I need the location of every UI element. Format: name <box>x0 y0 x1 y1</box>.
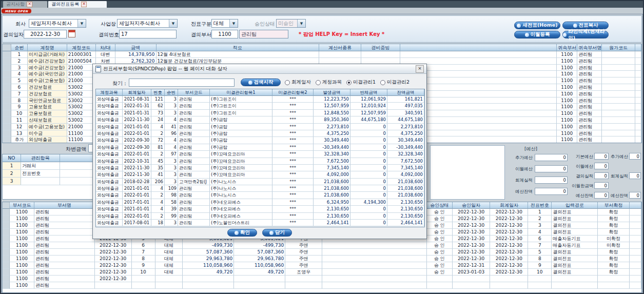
openitem-row[interactable]: 외상매출금2022-01-01296관리팀(주)금탑***4,375,25004… <box>96 130 424 137</box>
openitem-cell[interactable]: 7,345,140 <box>387 165 424 171</box>
site-select[interactable]: 제일저지주식회사 ▼ <box>117 19 178 28</box>
openitem-cell[interactable]: 2022-11-30 <box>123 171 151 178</box>
dept-cell[interactable] <box>630 229 641 236</box>
openitem-cell[interactable]: 4 <box>151 206 165 212</box>
dept-cell[interactable]: 대체 <box>155 256 183 262</box>
dept-cell[interactable]: 2022-12-30 <box>490 215 528 222</box>
openitem-row[interactable]: 외상매출금2022-11-30413관리팀(주)꼬매요코리아***4,092,0… <box>96 171 424 178</box>
voucher-cell[interactable] <box>635 58 641 65</box>
dept-cell[interactable] <box>95 282 132 289</box>
openitem-cell[interactable]: 4 <box>165 137 178 144</box>
voucher-cell[interactable]: 관리팀 <box>577 71 602 77</box>
openitem-cell[interactable]: 41 <box>165 124 178 130</box>
dept-cell[interactable] <box>630 276 641 282</box>
voucher-cell[interactable]: 추가 <box>11 136 28 143</box>
openitem-cell[interactable]: (주)나노시스 <box>210 179 272 185</box>
openitem-cell[interactable]: 2,130,650 <box>314 206 350 212</box>
search-input[interactable] <box>129 79 235 87</box>
dept-cell[interactable] <box>132 276 155 282</box>
openitem-row[interactable]: 외상매출금2022-01-31623관리팀(주)그린조이***12,507,95… <box>96 103 424 109</box>
slip-type-select[interactable]: 대체 ▼ <box>211 19 238 28</box>
dept-cell[interactable]: 2022-12-30 <box>453 209 491 215</box>
openitem-cell[interactable]: 21,038,600 <box>314 179 350 185</box>
budget-b-3-0-input[interactable] <box>594 182 609 189</box>
dept-cell[interactable]: -499,730 <box>234 242 285 249</box>
openitem-row[interactable]: 외상매출금2021-01-01439관리팀(주)네오피에스***2,130,65… <box>96 206 424 212</box>
openitem-cell[interactable]: (주)금탑 <box>210 144 272 151</box>
openitem-row[interactable]: 외상매출금2017-08-01183관리팀(주)노블인더스트리***2,464,… <box>96 220 424 226</box>
dept-cell[interactable]: 관리팀 <box>34 215 95 222</box>
openitem-cell[interactable]: 44,675,180 <box>350 116 387 123</box>
budget-b-2-0-input[interactable] <box>594 172 609 179</box>
chevron-down-icon[interactable]: ▼ <box>229 19 238 27</box>
delete-line-button[interactable]: 라인삭제(현재라인) <box>562 31 609 38</box>
dept-cell[interactable]: 매출자동기표 <box>552 242 598 249</box>
openitem-cell[interactable]: 32,328,340 <box>387 151 424 158</box>
openitem-cell[interactable]: 4,092,000 <box>314 171 350 178</box>
voucher-cell[interactable] <box>3 110 11 117</box>
openitem-cell[interactable]: 7,672,500 <box>387 158 424 165</box>
openitem-row[interactable]: 외상매출금2022-11-30244관리팀(주)금탑***89,350,3604… <box>96 116 424 123</box>
voucher-cell[interactable]: 2 <box>11 58 28 65</box>
openitem-cell[interactable]: 2022-01-31 <box>123 103 151 109</box>
openitem-row[interactable]: 외상매출금2021-01-014109관리팀(주)나노시스***21,038,6… <box>96 185 424 192</box>
openitem-cell[interactable]: 2,130,650 <box>314 213 350 220</box>
voucher-cell[interactable] <box>602 104 635 110</box>
openitem-row[interactable]: 외상매출금2022-01-01298관리팀(주)나노시스***21,038,60… <box>96 192 424 199</box>
dept-cell[interactable]: 2022-12-30 <box>95 256 132 262</box>
openitem-cell[interactable]: *** <box>272 130 314 137</box>
dept-cell[interactable] <box>490 276 528 282</box>
dept-cell[interactable] <box>630 236 641 242</box>
radio-미결관리2[interactable]: 미결관리2 <box>380 79 409 86</box>
openitem-cell[interactable]: *** <box>272 96 314 103</box>
voucher-cell[interactable] <box>635 136 641 143</box>
dept-cell[interactable] <box>322 256 427 262</box>
voucher-cell[interactable] <box>602 97 635 104</box>
voucher-cell[interactable]: 1 <box>11 51 28 58</box>
tab-notice[interactable]: 공지사항 × <box>3 1 47 8</box>
openitem-cell[interactable]: (주)금탑 <box>210 137 272 144</box>
dept-cell[interactable]: 8 <box>132 256 155 262</box>
dept-cell[interactable]: 9 <box>132 262 155 269</box>
voucher-cell[interactable] <box>602 65 635 71</box>
voucher-cell[interactable]: 관리팀 <box>577 51 602 58</box>
voucher-cell[interactable]: 고용보험료 <box>28 104 67 110</box>
dept-cell[interactable]: 1100 <box>10 276 34 282</box>
dept-cell[interactable]: 2022-12-30 <box>453 236 491 242</box>
dept-cell[interactable]: 1100 <box>10 242 34 249</box>
voucher-cell[interactable]: 관리팀 <box>577 77 602 84</box>
openitem-cell[interactable]: *** <box>272 137 314 144</box>
dept-cell[interactable]: 미확정 <box>598 236 630 242</box>
dept-cell[interactable]: 7 <box>528 242 552 249</box>
openitem-row[interactable]: 외상매출금2022-09-30814관리팀(주)금탑***-30,349,440… <box>96 144 424 151</box>
openitem-cell[interactable]: 12,507,959 <box>350 110 387 116</box>
openitem-row[interactable]: 외상매출금2022-09-30724관리팀(주)금탑***30,349,4400… <box>96 137 424 144</box>
openitem-cell[interactable]: 0 <box>350 144 387 151</box>
dept-cell[interactable] <box>453 282 491 289</box>
openitem-cell[interactable]: 121 <box>151 96 165 103</box>
openitem-cell[interactable]: 2 <box>151 130 165 137</box>
dept-cell[interactable]: 확정 <box>598 269 630 276</box>
dept-cell[interactable]: 3 <box>528 222 552 229</box>
openitem-cell[interactable]: (주)꼬매요코리아 <box>210 171 272 178</box>
dept-cell[interactable]: 관리팀 <box>34 256 95 262</box>
voucher-cell[interactable] <box>3 97 11 104</box>
voucher-cell[interactable] <box>3 104 11 110</box>
openitem-cell[interactable]: 3 <box>165 158 178 165</box>
dept-row[interactable]: 1100관리팀2022-12-30 <box>3 276 641 282</box>
openitem-cell[interactable]: (주)네오피에스 <box>210 213 272 220</box>
dept-cell[interactable]: 2022-12-30 <box>95 242 132 249</box>
radio-회계일자[interactable]: 회계일자 <box>285 79 311 86</box>
dept-cell[interactable] <box>3 222 10 229</box>
openitem-cell[interactable]: 2022-11-30 <box>123 165 151 171</box>
voucher-cell[interactable]: 12 <box>11 124 28 130</box>
dept-cell[interactable] <box>155 282 183 289</box>
dept-cell[interactable]: 주앤 <box>285 242 322 249</box>
openitem-cell[interactable]: 12,061,929 <box>350 96 387 103</box>
openitem-cell[interactable]: 97 <box>165 151 178 158</box>
popup-title-bar[interactable]: 전표세부항목(SPNDCDPop) 팝업 -- 웹 페이지 대화 상자 × <box>93 64 426 74</box>
dept-cell[interactable] <box>155 276 183 282</box>
budget-a-3-input[interactable] <box>535 188 568 195</box>
openitem-cell[interactable]: 2,130,650 <box>387 199 424 206</box>
dept-cell[interactable]: 29,963,780 <box>234 256 285 262</box>
